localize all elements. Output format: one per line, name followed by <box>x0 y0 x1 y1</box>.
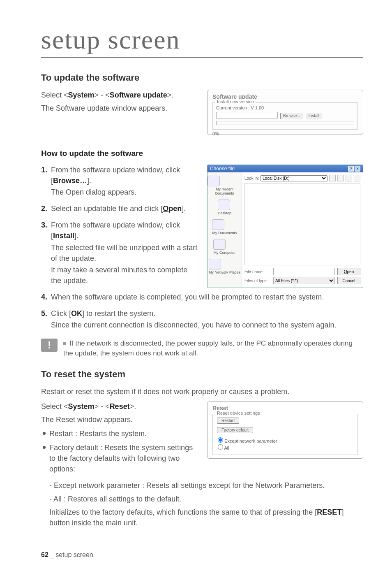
txt-underline: O <box>163 204 168 213</box>
page-number: 62 <box>41 551 48 558</box>
cancel-button[interactable]: Cancel <box>337 277 360 284</box>
page-footer: 62_ setup screen <box>41 551 93 559</box>
screenshot-reset: Reset Reset device settings Restart Fact… <box>207 401 363 459</box>
radio-all-input[interactable] <box>218 444 223 450</box>
shot-current-version: Current version : V 1.00 <box>216 105 354 110</box>
dash-except: Except network parameter : Resets all se… <box>49 480 363 491</box>
bullet-factory: Factory default : Resets the system sett… <box>41 442 200 474</box>
update-select-line: Select <System> - <Software update>. <box>41 90 200 100</box>
txt-sub: Since the current connection is disconne… <box>51 320 363 330</box>
side-label: Desktop <box>218 211 231 215</box>
dash-all: All : Restores all settings to the defau… <box>49 494 363 504</box>
side-label: My Computer <box>213 251 235 255</box>
mycomputer-icon[interactable] <box>213 239 226 250</box>
txt: Select < <box>41 91 68 99</box>
reset-bullets: Restart : Restarts the system. Factory d… <box>41 428 200 474</box>
txt: ]. <box>74 232 78 240</box>
txt: Click [ <box>51 309 71 318</box>
step-2: Select an updatable file and click [Open… <box>41 203 200 214</box>
txt: ] to restart the system. <box>82 309 155 318</box>
open-button[interactable]: Open <box>337 268 360 275</box>
back-icon[interactable] <box>329 175 336 181</box>
up-icon[interactable] <box>337 175 344 181</box>
reset-intro: Restart or reset the system if it does n… <box>41 386 363 397</box>
step-4: When the software update is completed, y… <box>41 292 363 302</box>
txt-bold: System <box>68 402 95 411</box>
txt-bold-swupdate: Software update <box>110 91 167 99</box>
txt-sub: The selected file will be unzipped with … <box>51 242 200 264</box>
radio-all[interactable]: All <box>218 444 353 450</box>
txt: ]. <box>182 204 186 213</box>
factory-default-button[interactable]: Factory default <box>217 427 253 433</box>
txt: O <box>344 269 347 274</box>
txt-bold: OK <box>71 309 82 318</box>
txt-bold: Install <box>53 232 74 240</box>
txt: >. <box>130 402 136 411</box>
txt-sub: The Open dialog appears. <box>51 187 200 197</box>
progress-bar <box>216 121 354 125</box>
txt: Except network parameter : Resets all se… <box>54 481 325 490</box>
txt: ]. <box>87 176 91 185</box>
update-path-input[interactable] <box>216 112 278 118</box>
recent-docs-icon[interactable] <box>208 176 220 186</box>
desktop-icon[interactable] <box>218 200 230 210</box>
filename-input[interactable] <box>273 268 335 275</box>
help-icon[interactable]: ? <box>348 166 354 172</box>
txt: Select an updatable file and click [ <box>51 204 163 213</box>
browse-button[interactable]: Browse... <box>280 113 303 119</box>
bullet-icon <box>63 342 66 345</box>
txt: Except network parameter <box>224 439 277 443</box>
footer-text: setup screen <box>55 551 93 558</box>
note-text: If the network is disconnected, the powe… <box>63 339 363 358</box>
warning-icon: ! <box>41 339 58 352</box>
update-desc: The Software update window appears. <box>41 103 200 114</box>
file-list-area[interactable] <box>244 183 360 265</box>
reset-desc: The Reset window appears. <box>41 414 200 425</box>
viewmenu-icon[interactable] <box>354 175 360 181</box>
side-label: My Documents <box>212 231 237 235</box>
newfolder-icon[interactable] <box>346 175 352 181</box>
reset-sub-options: Except network parameter : Resets all se… <box>41 480 363 528</box>
step-1: From the software update window, click [… <box>41 165 200 197</box>
txt: >. <box>167 91 174 99</box>
txt: > - < <box>95 91 110 99</box>
bullet-restart: Restart : Restarts the system. <box>41 428 200 439</box>
shot-legend: Install new version <box>215 99 256 104</box>
filetype-label: Files of type: <box>244 279 271 283</box>
txt: > - < <box>95 402 110 411</box>
txt: Select < <box>41 402 68 411</box>
txt: pen <box>347 269 354 274</box>
txt-bold-system: System <box>68 91 95 99</box>
dash-all-detail: Initializes to the factory defaults, whi… <box>49 507 363 528</box>
install-button[interactable]: Install <box>306 113 322 119</box>
radio-except-input[interactable] <box>218 437 223 443</box>
steps-list-cont: When the software update is completed, y… <box>41 292 363 330</box>
heading-howto: How to update the software <box>41 149 363 158</box>
filename-label: File name: <box>244 269 271 274</box>
txt-bold: Reset <box>110 402 130 411</box>
step-5: Click [OK] to restart the system. Since … <box>41 308 363 330</box>
txt: When the software update is completed, y… <box>51 293 324 301</box>
page-title: setup screen <box>41 25 363 58</box>
txt: _ <box>50 551 55 558</box>
step-3: From the software update window, click [… <box>41 220 200 286</box>
heading-update: To update the software <box>41 72 363 83</box>
shot-legend: Reset device settings <box>215 411 262 415</box>
side-label: My Recent Documents <box>215 187 234 195</box>
mydocs-icon[interactable] <box>212 219 224 230</box>
reset-select-line: Select <System> - <Reset>. <box>41 401 200 412</box>
filetype-select[interactable]: All Files (*.*) <box>273 277 335 284</box>
side-label: My Network Places <box>209 270 240 274</box>
txt: All <box>224 446 229 450</box>
progress-label: 0% <box>212 131 358 136</box>
txt: If the network is disconnected, the powe… <box>63 339 353 357</box>
screenshot-choose-file: Choose file ? X My Recent Documents Desk… <box>207 165 363 288</box>
heading-reset: To reset the system <box>41 369 363 380</box>
txt: All : Restores all settings to the defau… <box>53 495 181 503</box>
restart-button[interactable]: Restart <box>217 418 239 424</box>
close-icon[interactable]: X <box>355 166 360 172</box>
radio-except[interactable]: Except network parameter <box>218 437 353 443</box>
txt-bold: RESET <box>317 508 341 516</box>
lookin-select[interactable]: Local Disk (D:) <box>261 175 327 181</box>
network-icon[interactable] <box>209 259 221 269</box>
